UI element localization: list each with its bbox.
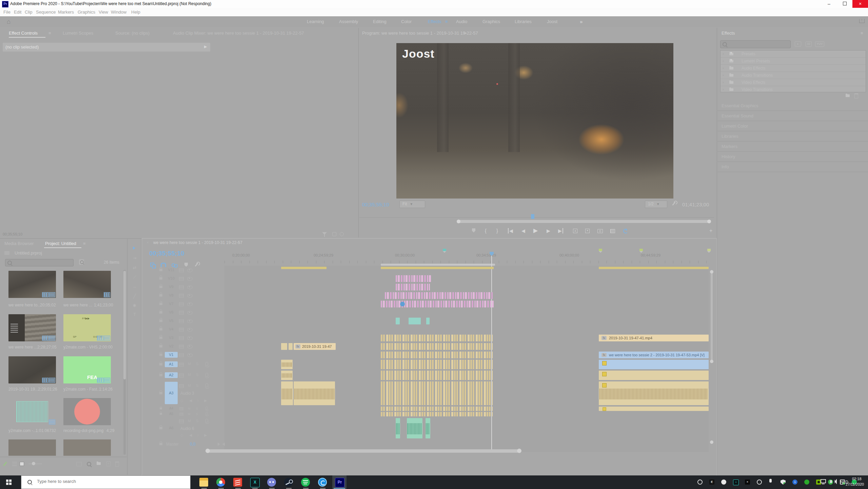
program-menu-icon[interactable]: ≡: [464, 31, 467, 36]
panel-lumetri-color[interactable]: Lumetri Color: [717, 121, 868, 131]
panel-essential-graphics[interactable]: Essential Graphics: [717, 100, 868, 111]
hand-tool-icon[interactable]: ✱: [132, 303, 138, 309]
v-scroll-handle-top[interactable]: [710, 270, 713, 274]
track-header-v8[interactable]: V8: [142, 291, 224, 300]
sequence-marker-green[interactable]: [599, 249, 602, 251]
program-zoom-scrollbar[interactable]: [458, 220, 710, 223]
mute-button[interactable]: M: [188, 412, 191, 416]
source-patch-icon[interactable]: [179, 336, 184, 340]
todoist-icon[interactable]: [233, 478, 242, 487]
timeline-audio-clip[interactable]: [407, 418, 422, 438]
timeline-clip[interactable]: [281, 343, 287, 350]
track-header-v4[interactable]: V4: [142, 325, 224, 334]
tab-lumetri-scopes[interactable]: Lumetri Scopes: [63, 31, 93, 36]
timeline-audio-clip[interactable]: [294, 381, 335, 405]
timeline-clip[interactable]: [599, 267, 709, 269]
program-monitor-title[interactable]: Program: we were here too sessie 1 - 201…: [362, 31, 478, 36]
new-custom-bin-icon[interactable]: [846, 94, 850, 97]
pan-icon[interactable]: [221, 443, 225, 446]
voiceover-mic-icon[interactable]: [205, 373, 208, 377]
add-keyframe-icon[interactable]: ○: [197, 398, 199, 402]
project-item-thumbnail[interactable]: [8, 356, 56, 383]
badge-yuv[interactable]: YUV: [815, 41, 824, 47]
menu-help[interactable]: Help: [131, 10, 140, 15]
track-header-v6[interactable]: V6: [142, 308, 224, 317]
item-name[interactable]: y2mate.com -...: [8, 428, 37, 433]
source-patch-icon[interactable]: [179, 384, 184, 388]
workspace-tab-effects[interactable]: Effects: [428, 19, 441, 24]
play-button[interactable]: ▶: [533, 227, 538, 234]
timeline-clip[interactable]: [396, 284, 430, 290]
tab-project[interactable]: Project: Untitled: [45, 241, 76, 246]
panel-divider[interactable]: [127, 239, 127, 475]
track-select-tool-icon[interactable]: ⇥: [132, 255, 138, 261]
export-frame-icon[interactable]: [597, 229, 603, 233]
timeline-clip[interactable]: [396, 275, 432, 282]
steam-icon[interactable]: [284, 478, 293, 487]
eye-icon[interactable]: [187, 294, 193, 298]
comparison-view-icon[interactable]: [610, 229, 615, 233]
prev-keyframe-icon[interactable]: ◀: [189, 433, 192, 437]
solo-button[interactable]: S: [196, 412, 198, 416]
track-header-v9[interactable]: V9: [142, 283, 224, 291]
timeline-audio-clip[interactable]: [599, 381, 709, 405]
premiere-taskbar-active[interactable]: Pr: [332, 475, 347, 489]
track-header-v7[interactable]: V7: [142, 300, 224, 308]
tab-source[interactable]: Source: (no clips): [115, 31, 150, 36]
timeline-clip[interactable]: [381, 343, 493, 350]
mark-out-icon[interactable]: }: [496, 228, 498, 233]
track-header-a3[interactable]: A3 M S Audio 3 ◇ ◀ ○ ▶: [142, 381, 224, 406]
source-patch-icon[interactable]: [179, 345, 184, 349]
lock-icon[interactable]: [160, 413, 162, 415]
track-header-v10[interactable]: V10: [142, 274, 224, 283]
taskbar-search[interactable]: [21, 475, 191, 489]
solo-button[interactable]: S: [196, 362, 198, 366]
source-patch-icon[interactable]: [179, 328, 184, 332]
timeline-audio-clip[interactable]: [281, 381, 293, 405]
accelerated-effects-badge[interactable]: ▸: [795, 41, 801, 46]
eye-icon[interactable]: [187, 268, 193, 272]
taskbar-search-input[interactable]: [36, 478, 183, 484]
track-header-v5[interactable]: V5: [142, 317, 224, 325]
source-patch-icon[interactable]: [179, 407, 183, 410]
eye-icon[interactable]: [187, 277, 193, 281]
project-item-thumbnail[interactable]: [63, 439, 111, 456]
track-chip[interactable]: V9: [165, 284, 178, 290]
filter-icon[interactable]: [322, 232, 327, 235]
lift-icon[interactable]: ▴: [573, 229, 577, 233]
timeline-audio-clip[interactable]: [599, 407, 709, 411]
item-name[interactable]: we were here ...: [8, 345, 37, 350]
tray-x2-icon[interactable]: ×: [745, 479, 750, 485]
zoom-level-dropdown[interactable]: Fit▾: [399, 201, 425, 208]
project-search-input[interactable]: [5, 259, 74, 266]
playback-resolution-dropdown[interactable]: 1/2▾: [645, 201, 667, 208]
network-icon[interactable]: [821, 479, 826, 483]
extract-icon[interactable]: ▾: [585, 229, 590, 233]
spotify-icon[interactable]: [301, 478, 310, 487]
track-chip[interactable]: A2: [165, 372, 178, 378]
icon-view-icon[interactable]: [20, 462, 24, 466]
timeline-clip[interactable]: [396, 318, 400, 324]
timeline-clip[interactable]: [281, 267, 327, 269]
track-header-a6[interactable]: A6 M S Audio 6 ◇ ◀ ○ ▶: [142, 417, 224, 440]
timeline-audio-clip[interactable]: [396, 418, 400, 438]
project-item-thumbnail[interactable]: [8, 439, 56, 456]
lock-icon[interactable]: [159, 311, 162, 314]
discord-icon[interactable]: [267, 478, 276, 487]
zoom-handle-left[interactable]: [457, 220, 460, 223]
effects-tree-item[interactable]: ›Video Effects: [721, 79, 866, 86]
timeline-v-scrollbar[interactable]: [711, 271, 713, 362]
next-keyframe-icon[interactable]: ▶: [204, 433, 207, 437]
source-patch-icon[interactable]: [179, 302, 184, 306]
timeline-timecode[interactable]: 00;35;55;10: [149, 250, 184, 257]
time-ruler[interactable]: 0;20;00;00 00;24;59;29 00;30;00;00 00;34…: [224, 252, 709, 263]
item-name[interactable]: we were here to...: [8, 303, 41, 307]
effects-search-input[interactable]: [720, 40, 791, 48]
timeline-audio-clip[interactable]: [281, 371, 293, 380]
workspace-tab-color[interactable]: Color: [401, 19, 412, 24]
timeline-clip-v2[interactable]: fx 2019-10-31 19-47: [294, 343, 336, 350]
item-name[interactable]: y2mate.com - VHS...: [63, 345, 101, 350]
source-patch-icon[interactable]: [179, 353, 184, 357]
voiceover-mic-icon[interactable]: [206, 407, 208, 410]
list-view-icon[interactable]: [12, 462, 17, 466]
